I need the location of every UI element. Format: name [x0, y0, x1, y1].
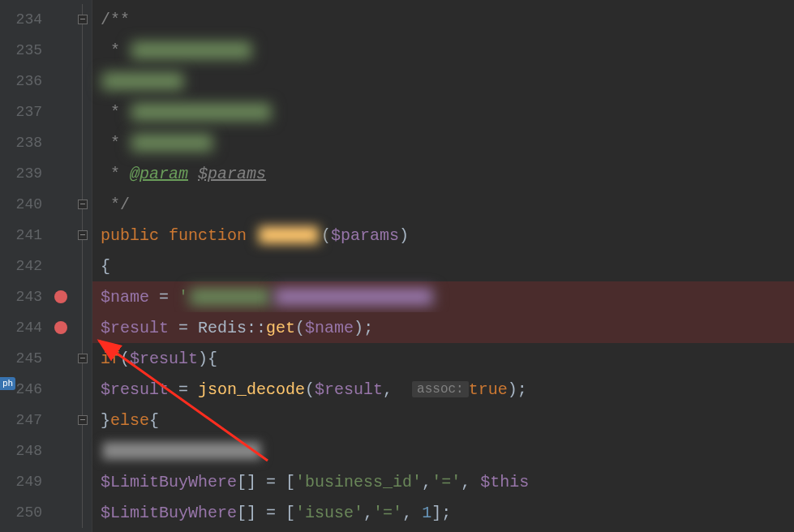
code-line[interactable]: public function ██████($params) [92, 220, 794, 251]
line-number[interactable]: 244 [0, 312, 49, 343]
breakpoint-slot[interactable] [49, 127, 73, 158]
variable-result: $result [130, 350, 198, 368]
fold-marker-icon[interactable] [78, 15, 88, 24]
code-line[interactable]: */ [92, 189, 794, 220]
code-line[interactable]: /** [92, 4, 794, 35]
fold-slot[interactable] [73, 435, 92, 466]
line-numbers-column: 2342352362372382392402412422432442452462… [0, 0, 49, 532]
fold-marker-icon[interactable] [78, 230, 88, 240]
fold-slot[interactable] [73, 343, 92, 374]
breakpoint-slot[interactable] [49, 220, 73, 251]
breakpoint-slot[interactable] [49, 374, 73, 405]
fold-slot[interactable] [73, 405, 92, 435]
variable-this: $this [480, 473, 529, 491]
line-number[interactable]: 241 [0, 220, 49, 251]
breakpoint-slot[interactable] [49, 97, 73, 127]
breakpoint-slot[interactable] [49, 312, 73, 343]
string-open: ' [178, 288, 188, 307]
breakpoint-slot[interactable] [49, 4, 73, 35]
doctag-param: @param [130, 165, 188, 183]
breakpoint-slot[interactable] [49, 466, 73, 497]
fold-slot[interactable] [73, 466, 92, 497]
fold-slot[interactable] [73, 374, 92, 405]
line-number[interactable]: 249 [0, 466, 49, 497]
redacted-string: ████████ [188, 288, 273, 307]
fold-slot[interactable] [73, 312, 92, 343]
line-number[interactable]: 247 [0, 405, 49, 435]
code-line[interactable]: { [92, 251, 794, 281]
breakpoint-slot[interactable] [49, 343, 73, 374]
code-line[interactable]: $result = json_decode($result, assoc: tr… [92, 374, 794, 405]
variable-result: $result [315, 380, 383, 399]
code-line[interactable]: * ██████████████ [92, 97, 794, 127]
fold-slot[interactable] [73, 158, 92, 189]
paren-close: ) [354, 319, 363, 337]
variable-limitbuywhere: $LimitBuyWhere [101, 504, 237, 522]
keyword-if: if [101, 350, 120, 368]
fold-slot[interactable] [73, 251, 92, 281]
code-line[interactable]: * @param $params [92, 158, 794, 189]
fold-slot[interactable] [73, 281, 92, 312]
breakpoint-icon[interactable] [54, 290, 67, 303]
semicolon: ; [441, 504, 451, 522]
breakpoint-icon[interactable] [54, 321, 67, 334]
fold-slot[interactable] [73, 189, 92, 220]
code-line[interactable]: $LimitBuyWhere[] = [ 'isuse','=', 1 ]; [92, 497, 794, 528]
fold-slot[interactable] [73, 66, 92, 97]
side-tab[interactable]: ph [0, 377, 15, 390]
line-number[interactable]: 250 [0, 497, 49, 528]
string-eq: '=' [431, 473, 461, 491]
fold-gutter-column[interactable] [73, 0, 92, 532]
breakpoint-slot[interactable] [49, 281, 73, 312]
fold-marker-icon[interactable] [78, 354, 88, 363]
fold-marker-icon[interactable] [78, 415, 88, 425]
fold-slot[interactable] [73, 497, 92, 528]
code-line[interactable]: ████████ [92, 66, 794, 97]
line-number[interactable]: 234 [0, 4, 49, 35]
breakpoint-slot[interactable] [49, 435, 73, 466]
line-number[interactable]: 235 [0, 35, 49, 66]
doc-param-name: $params [198, 165, 266, 183]
line-number[interactable]: 238 [0, 127, 49, 158]
code-line[interactable]: if ($result) { [92, 343, 794, 374]
line-number[interactable]: 236 [0, 66, 49, 97]
variable-limitbuywhere: $LimitBuyWhere [101, 473, 237, 491]
number-one: 1 [422, 504, 431, 522]
breakpoint-slot[interactable] [49, 497, 73, 528]
code-line[interactable]: * ████████ [92, 127, 794, 158]
code-line[interactable]: } else { [92, 405, 794, 435]
breakpoint-slot[interactable] [49, 405, 73, 435]
comment-star: * [101, 165, 130, 183]
line-number[interactable]: 240 [0, 189, 49, 220]
code-line[interactable]: * ████████████ [92, 35, 794, 66]
fold-marker-icon[interactable] [78, 200, 88, 209]
line-number[interactable]: 245 [0, 343, 49, 374]
fold-slot[interactable] [73, 97, 92, 127]
breakpoint-slot[interactable] [49, 35, 73, 66]
breakpoints-column[interactable] [49, 0, 73, 532]
redacted-text: ██████████████ [130, 103, 273, 122]
line-number[interactable]: 248 [0, 435, 49, 466]
line-number[interactable]: 239 [0, 158, 49, 189]
line-number[interactable]: 243 [0, 281, 49, 312]
breakpoint-slot[interactable] [49, 158, 73, 189]
code-line-breakpoint[interactable]: $name = '████████ ████████████████ [92, 281, 794, 312]
code-line[interactable]: $LimitBuyWhere[] = ['business_id','=', $… [92, 466, 794, 497]
paren-open: ( [295, 319, 305, 337]
code-line[interactable]: ████████████████ [92, 435, 794, 466]
class-redis: Redis [198, 319, 247, 337]
line-number[interactable]: 237 [0, 97, 49, 127]
code-area[interactable]: /** * ████████████ ████████ * ██████████… [92, 0, 794, 532]
fold-slot[interactable] [73, 4, 92, 35]
breakpoint-slot[interactable] [49, 251, 73, 281]
semicolon: ; [363, 319, 373, 337]
fold-slot[interactable] [73, 127, 92, 158]
line-number[interactable]: 242 [0, 251, 49, 281]
breakpoint-slot[interactable] [49, 66, 73, 97]
fold-slot[interactable] [73, 35, 92, 66]
comma: , [461, 473, 480, 491]
fold-slot[interactable] [73, 220, 92, 251]
code-line-breakpoint[interactable]: $result = Redis::get($name); [92, 312, 794, 343]
string-business-id: 'business_id' [295, 473, 422, 491]
breakpoint-slot[interactable] [49, 189, 73, 220]
